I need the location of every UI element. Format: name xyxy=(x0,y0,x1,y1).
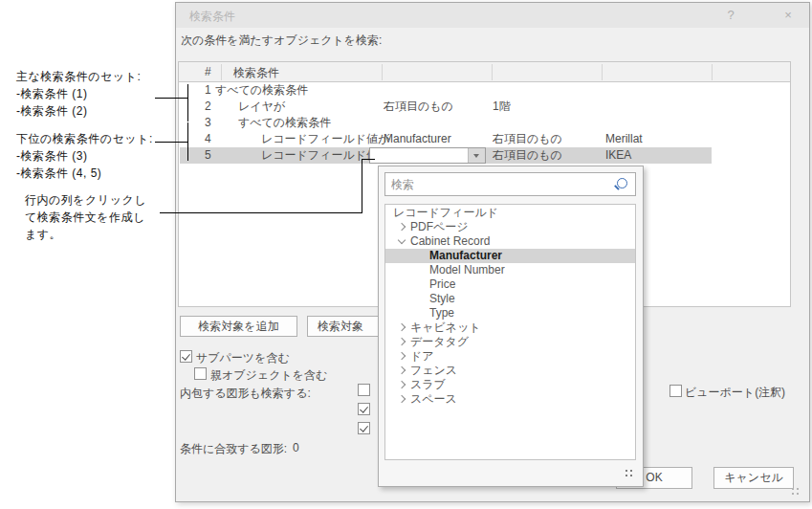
contained-option-2-checkbox[interactable] xyxy=(358,403,370,415)
dialog-resize-grip-icon[interactable] xyxy=(792,488,794,490)
list-item-price[interactable]: Price xyxy=(385,277,635,292)
list-item-model-number[interactable]: Model Number xyxy=(385,263,635,277)
list-item-label[interactable]: スラブ xyxy=(410,378,446,392)
list-item-data-tag[interactable]: データタグ xyxy=(385,335,635,349)
chevron-down-icon[interactable] xyxy=(398,236,406,244)
viewport-annotation-checkbox[interactable] xyxy=(669,385,682,397)
annotation-line: 下位の検索条件のセット: xyxy=(16,130,153,147)
close-icon[interactable]: × xyxy=(775,8,801,22)
callout-line-click-h1 xyxy=(160,212,362,213)
list-item-label[interactable]: Type xyxy=(429,306,454,321)
popup-resize-grip-icon[interactable] xyxy=(625,470,627,472)
include-subparts-label[interactable]: サブパーツを含む xyxy=(196,350,290,366)
list-item-label[interactable]: ドア xyxy=(410,349,434,364)
row-criteria[interactable]: レコードフィールド値が xyxy=(261,131,389,147)
dialog-instruction: 次の条件を満たすオブジェクトを検索: xyxy=(181,33,382,49)
row-number: 2 xyxy=(205,99,211,115)
list-item-label[interactable]: フェンス xyxy=(410,364,457,378)
chevron-right-icon[interactable] xyxy=(398,223,406,231)
callout-line-sub-v xyxy=(187,122,188,161)
list-item-record-field: レコードフィールド xyxy=(385,206,635,220)
annotation-line: -検索条件 (4, 5) xyxy=(16,165,153,182)
row-operator[interactable]: 右項目のもの xyxy=(493,147,562,164)
search-input[interactable] xyxy=(389,175,613,194)
row-criteria[interactable]: レイヤが xyxy=(238,99,285,115)
annotation-line: -検索条件 (1) xyxy=(16,85,141,102)
list-item-label[interactable]: スペース xyxy=(410,392,457,407)
table-row-selected[interactable]: 5 レコードフィールド値が 右項目のもの IKEA xyxy=(180,147,712,164)
list-item-label[interactable]: PDFページ xyxy=(410,220,469,234)
row-number: 1 xyxy=(205,82,211,99)
list-item-slab[interactable]: スラブ xyxy=(385,378,635,392)
chevron-right-icon[interactable] xyxy=(398,352,406,360)
table-row[interactable]: 3 すべての検索条件 xyxy=(180,115,789,131)
row-value[interactable]: 1階 xyxy=(493,99,511,115)
list-item-manufacturer[interactable]: Manufacturer xyxy=(385,249,635,263)
table-row[interactable]: 1 すべての検索条件 xyxy=(180,82,789,99)
table-row[interactable]: 2 レイヤが 右項目のもの 1階 xyxy=(180,99,789,115)
list-item-space[interactable]: スペース xyxy=(385,392,635,407)
list-item-pdf-page[interactable]: PDFページ xyxy=(385,220,635,234)
list-item-fence[interactable]: フェンス xyxy=(385,364,635,378)
list-item-cabinet[interactable]: キャビネット xyxy=(385,321,635,335)
list-item-label[interactable]: Style xyxy=(429,292,455,306)
list-item-label[interactable]: Price xyxy=(429,277,455,292)
callout-line-main-h xyxy=(155,98,187,99)
field-picker-popup: レコードフィールド PDFページ Cabinet Record Manufact… xyxy=(378,166,644,487)
chevron-right-icon[interactable] xyxy=(398,366,406,374)
list-item-label[interactable]: Model Number xyxy=(429,263,505,277)
contained-option-3-checkbox[interactable] xyxy=(358,422,370,434)
list-item-label[interactable]: Cabinet Record xyxy=(410,234,490,249)
list-item-cabinet-record[interactable]: Cabinet Record xyxy=(385,234,635,249)
row-number: 5 xyxy=(205,147,211,164)
row-operator[interactable]: 右項目のもの xyxy=(493,131,562,147)
annotation-main-criteria: 主な検索条件のセット: -検索条件 (1) -検索条件 (2) xyxy=(16,68,141,120)
column-separator xyxy=(492,64,493,80)
include-parent-label[interactable]: 親オブジェクトを含む xyxy=(210,367,327,384)
include-subparts-checkbox[interactable] xyxy=(180,350,192,363)
add-search-target-button[interactable]: 検索対象を追加 xyxy=(180,316,297,337)
row-operator[interactable]: 右項目のもの xyxy=(384,99,453,115)
list-item-label: レコードフィールド xyxy=(393,206,498,220)
row-value[interactable]: IKEA xyxy=(605,147,631,164)
field-combobox[interactable] xyxy=(369,147,486,164)
column-separator xyxy=(221,64,222,80)
annotation-line: 主な検索条件のセット: xyxy=(16,68,141,85)
dialog-titlebar[interactable]: 検索条件 ? × xyxy=(176,3,809,28)
chevron-right-icon[interactable] xyxy=(398,323,406,331)
chevron-right-icon[interactable] xyxy=(398,381,406,388)
annotation-line: ます。 xyxy=(25,226,146,243)
contained-option-1-checkbox[interactable] xyxy=(358,384,370,396)
list-item-label[interactable]: キャビネット xyxy=(410,321,481,335)
column-header-criteria: 検索条件 xyxy=(233,65,279,81)
cancel-button[interactable]: キャンセル xyxy=(713,467,794,489)
column-separator xyxy=(712,64,713,80)
annotation-line: 行内の列をクリックし xyxy=(25,191,146,209)
list-item-label[interactable]: データタグ xyxy=(410,335,469,349)
row-value[interactable]: Merillat xyxy=(605,131,643,147)
match-count-value: 0 xyxy=(293,441,299,454)
table-row[interactable]: 4 レコードフィールド値が Manufacturer 右項目のもの Merill… xyxy=(180,131,789,147)
list-item-type[interactable]: Type xyxy=(385,306,635,321)
combobox-dropdown-button[interactable] xyxy=(468,148,485,163)
chevron-down-icon xyxy=(473,154,479,158)
list-item-door[interactable]: ドア xyxy=(385,349,635,364)
criteria-table-header: # 検索条件 xyxy=(179,62,790,82)
include-parent-checkbox[interactable] xyxy=(194,367,207,380)
annotation-sub-criteria: 下位の検索条件のセット: -検索条件 (3) -検索条件 (4, 5) xyxy=(16,130,153,182)
chevron-right-icon[interactable] xyxy=(398,395,406,403)
annotation-line: -検索条件 (3) xyxy=(16,147,153,165)
row-field[interactable]: Manufacturer xyxy=(384,131,451,147)
column-separator xyxy=(602,64,603,80)
column-separator xyxy=(382,64,383,80)
popup-search-field[interactable] xyxy=(384,172,636,196)
chevron-right-icon[interactable] xyxy=(398,338,406,345)
list-item-label[interactable]: Manufacturer xyxy=(429,249,502,263)
checkmark-icon xyxy=(182,351,190,360)
help-icon[interactable]: ? xyxy=(717,8,744,22)
list-item-style[interactable]: Style xyxy=(385,292,635,306)
row-criteria[interactable]: すべての検索条件 xyxy=(238,115,331,131)
annotation-click-column: 行内の列をクリックし て検索条件文を作成し ます。 xyxy=(25,191,146,243)
viewport-annotation-label[interactable]: ビューポート(注釈) xyxy=(685,385,785,401)
row-criteria[interactable]: すべての検索条件 xyxy=(215,82,308,99)
